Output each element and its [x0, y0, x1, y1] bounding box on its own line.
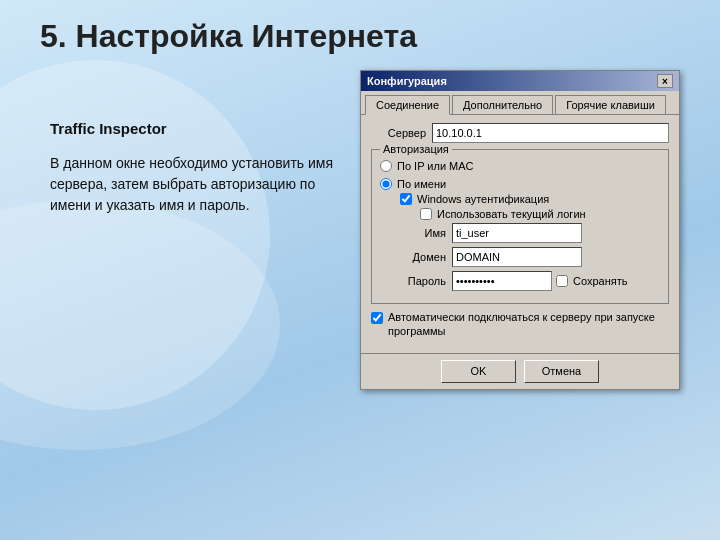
password-field-row: Пароль Сохранять [400, 271, 660, 291]
use-current-row: Использовать текущий логин [420, 208, 660, 220]
auth-group-title: Авторизация [380, 143, 452, 155]
server-row: Сервер [371, 123, 669, 143]
auto-connect-row: Автоматически подключаться к серверу при… [371, 310, 669, 339]
radio-ip-row: По IP или MAC [380, 160, 660, 172]
dialog-titlebar: Конфигурация × [361, 71, 679, 91]
tab-bar: Соединение Дополнительно Горячие клавиши [361, 91, 679, 115]
name-label: Имя [400, 227, 446, 239]
password-input[interactable] [452, 271, 552, 291]
name-field-row: Имя [400, 223, 660, 243]
radio-name-label: По имени [397, 178, 446, 190]
cb-windows-auth[interactable] [400, 193, 412, 205]
radio-by-name[interactable] [380, 178, 392, 190]
cancel-button[interactable]: Отмена [524, 360, 599, 383]
left-panel: Traffic Inspector В данном окне необходи… [50, 120, 350, 216]
auth-group-box: Авторизация По IP или MAC По имени Windo… [371, 149, 669, 304]
dialog-body: Сервер Авторизация По IP или MAC По имен… [361, 115, 679, 353]
cb-use-current[interactable] [420, 208, 432, 220]
radio-ip-mac[interactable] [380, 160, 392, 172]
close-button[interactable]: × [657, 74, 673, 88]
ok-button[interactable]: OK [441, 360, 516, 383]
cb-auto-connect[interactable] [371, 312, 383, 324]
dialog-window: Конфигурация × Соединение Дополнительно … [360, 70, 680, 390]
auto-connect-text: Автоматически подключаться к серверу при… [388, 310, 669, 339]
dialog-footer: OK Отмена [361, 353, 679, 389]
app-name: Traffic Inspector [50, 120, 350, 137]
description-text: В данном окне необходимо установить имя … [50, 153, 350, 216]
page-title: 5. Настройка Интернета [40, 18, 417, 55]
save-label: Сохранять [573, 275, 627, 287]
radio-name-row: По имени [380, 178, 660, 190]
domain-field-row: Домен [400, 247, 660, 267]
cb-windows-auth-label: Windows аутентификация [417, 193, 549, 205]
tab-advanced[interactable]: Дополнительно [452, 95, 553, 114]
domain-label: Домен [400, 251, 446, 263]
cb-use-current-label: Использовать текущий логин [437, 208, 586, 220]
auth-options-indent: Windows аутентификация Использовать теку… [400, 193, 660, 291]
server-input[interactable] [432, 123, 669, 143]
radio-ip-label: По IP или MAC [397, 160, 474, 172]
windows-auth-row: Windows аутентификация [400, 193, 660, 205]
server-label: Сервер [371, 127, 426, 139]
password-label: Пароль [400, 275, 446, 287]
tab-hotkeys[interactable]: Горячие клавиши [555, 95, 666, 114]
tab-connection[interactable]: Соединение [365, 95, 450, 115]
domain-input[interactable] [452, 247, 582, 267]
cb-save[interactable] [556, 275, 568, 287]
save-row: Сохранять [556, 275, 627, 287]
dialog-title: Конфигурация [367, 75, 447, 87]
name-input[interactable] [452, 223, 582, 243]
